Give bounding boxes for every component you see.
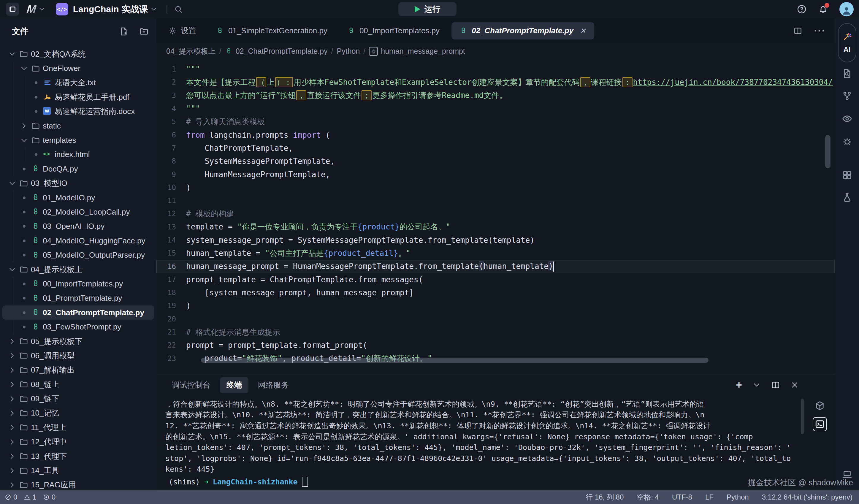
new-terminal-icon[interactable]: +: [736, 380, 742, 390]
dependencies-icon[interactable]: [814, 400, 825, 411]
code-line[interactable]: 10): [156, 181, 835, 194]
tree-folder[interactable]: 10_记忆: [0, 406, 156, 420]
tree-file[interactable]: 易速鲜花员工手册.pdf: [0, 90, 156, 104]
close-icon[interactable]: ✕: [579, 27, 587, 34]
tree-folder[interactable]: 14_工具: [0, 463, 156, 477]
breadcrumb-item[interactable]: 04_提示模板上: [166, 46, 216, 56]
tree-folder[interactable]: 02_文档QA系统: [0, 47, 156, 61]
tree-file[interactable]: 02_ModelIO_LoopCall.py: [0, 205, 156, 219]
close-panel-icon[interactable]: [790, 381, 799, 390]
code-line[interactable]: 4""": [156, 102, 835, 115]
terminal-dropdown-icon[interactable]: [752, 381, 761, 390]
status-warning-count[interactable]: 1: [24, 493, 36, 501]
ai-assistant-button[interactable]: AI: [838, 23, 856, 62]
editor-tab[interactable]: 设置: [161, 22, 204, 40]
eye-icon[interactable]: [842, 113, 853, 124]
tree-file[interactable]: DocQA.py: [0, 162, 156, 176]
test-flask-icon[interactable]: [842, 192, 853, 203]
tree-folder[interactable]: 04_提示模板上: [0, 262, 156, 277]
search-icon[interactable]: [174, 5, 183, 14]
chevron-down-icon[interactable]: [150, 5, 157, 13]
tree-folder[interactable]: 05_提示模板下: [0, 334, 156, 349]
code-line[interactable]: 6from langchain.prompts import (: [156, 128, 835, 141]
code-line[interactable]: 12# 模板的构建: [156, 207, 835, 220]
vertical-scrollbar[interactable]: [825, 135, 830, 168]
code-line[interactable]: 19): [156, 299, 835, 312]
status-item[interactable]: LF: [705, 493, 713, 501]
code-editor[interactable]: 1"""2本文件是【提示工程（上）：用少样本FewShotTemplate和Ex…: [156, 59, 835, 375]
git-fork-icon[interactable]: [842, 91, 853, 101]
code-line[interactable]: 5# 导入聊天消息类模板: [156, 115, 835, 128]
panel-tab[interactable]: 网络服务: [252, 377, 295, 393]
code-line[interactable]: 22prompt = prompt_template.format_prompt…: [156, 339, 835, 352]
tree-file[interactable]: 03_OpenAI_IO.py: [0, 219, 156, 233]
tree-file[interactable]: 04_ModelIO_HuggingFace.py: [0, 233, 156, 248]
split-panel-icon[interactable]: [771, 381, 780, 390]
code-line[interactable]: 2本文件是【提示工程（上）：用少样本FewShotTemplate和Exampl…: [156, 76, 835, 89]
tree-file[interactable]: 01_PromptTemplate.py: [0, 291, 156, 305]
tree-folder[interactable]: templates: [0, 133, 156, 147]
editor-tab[interactable]: 02_ChatPromptTemplate.py✕: [451, 22, 594, 40]
sidebar-toggle-button[interactable]: [6, 3, 19, 16]
code-line[interactable]: 13template = "你是一位专业顾问，负责为专注于{product}的公…: [156, 220, 835, 233]
code-line[interactable]: 15human_template = "公司主打产品是{product_deta…: [156, 247, 835, 260]
panel-tab[interactable]: 调试控制台: [165, 377, 217, 393]
code-line[interactable]: 7 ChatPromptTemplate,: [156, 141, 835, 155]
panel-tab[interactable]: 终端: [220, 377, 248, 393]
terminal-scrollbar[interactable]: [801, 399, 804, 434]
workspace-title[interactable]: LangChain 实战课: [73, 3, 148, 15]
tree-file[interactable]: 00_ImportTemplates.py: [0, 277, 156, 291]
status-radio-count[interactable]: 0: [43, 493, 56, 501]
code-line[interactable]: 21# 格式化提示消息生成提示: [156, 326, 835, 339]
tree-file[interactable]: 花语大全.txt: [0, 76, 156, 90]
terminal-icon[interactable]: [814, 419, 825, 429]
code-line[interactable]: 14system_message_prompt = SystemMessageP…: [156, 233, 835, 247]
extensions-grid-icon[interactable]: [842, 170, 853, 181]
tree-folder[interactable]: 03_模型IO: [0, 176, 156, 190]
tree-file[interactable]: W易速鲜花运营指南.docx: [0, 105, 156, 119]
chevron-down-icon[interactable]: [38, 5, 46, 13]
code-line[interactable]: 1""": [156, 63, 835, 76]
breadcrumb-item[interactable]: 02_ChatPromptTemplate.py: [225, 47, 328, 56]
editor-tab[interactable]: 01_SimpleTextGeneration.py: [208, 22, 335, 40]
editor-tab[interactable]: 00_ImportTemplates.py: [339, 22, 447, 40]
tree-folder[interactable]: 09_链下: [0, 392, 156, 406]
tree-folder[interactable]: 11_代理上: [0, 420, 156, 434]
horizontal-scrollbar[interactable]: [201, 358, 709, 363]
more-actions-icon[interactable]: ···: [814, 26, 826, 36]
status-item[interactable]: Python: [727, 493, 749, 501]
run-button[interactable]: 运行: [398, 2, 456, 16]
code-line[interactable]: 17prompt_template = ChatPromptTemplate.f…: [156, 273, 835, 286]
tree-file[interactable]: 03_FewShotPrompt.py: [0, 320, 156, 334]
status-item[interactable]: 3.12.2 64-bit ('shims': pyenv): [762, 493, 853, 501]
tree-file[interactable]: <>index.html: [0, 148, 156, 162]
status-item[interactable]: 空格: 4: [637, 492, 659, 502]
code-line[interactable]: 8 SystemMessagePromptTemplate,: [156, 155, 835, 168]
tree-file[interactable]: 01_ModelIO.py: [0, 190, 156, 205]
ide-logo[interactable]: M: [26, 3, 37, 16]
tree-folder[interactable]: OneFlower: [0, 61, 156, 75]
avatar[interactable]: [840, 2, 854, 16]
status-item[interactable]: UTF-8: [672, 493, 692, 501]
tree-folder[interactable]: static: [0, 119, 156, 133]
bug-icon[interactable]: [842, 136, 853, 147]
tree-folder[interactable]: 12_代理中: [0, 435, 156, 449]
code-line[interactable]: 20: [156, 312, 835, 326]
status-error-count[interactable]: 0: [5, 493, 17, 501]
notifications-icon[interactable]: [818, 4, 828, 14]
tree-folder[interactable]: 07_解析输出: [0, 363, 156, 377]
tree-folder[interactable]: 06_调用模型: [0, 349, 156, 363]
tree-folder[interactable]: 13_代理下: [0, 449, 156, 463]
file-search-icon[interactable]: [842, 68, 853, 79]
tree-folder[interactable]: 08_链上: [0, 377, 156, 392]
new-file-icon[interactable]: [119, 27, 129, 36]
code-line[interactable]: 11: [156, 194, 835, 207]
new-folder-icon[interactable]: [139, 27, 149, 36]
split-editor-icon[interactable]: [794, 27, 802, 35]
status-item[interactable]: 行 16, 列 80: [586, 492, 623, 502]
code-line[interactable]: 16human_message_prompt = HumanMessagePro…: [156, 260, 835, 273]
help-icon[interactable]: [797, 4, 807, 14]
tree-file[interactable]: 02_ChatPromptTemplate.py: [2, 305, 154, 320]
breadcrumb-item[interactable]: Python: [337, 47, 360, 56]
breadcrumb-item[interactable]: @human_message_prompt: [369, 47, 465, 56]
